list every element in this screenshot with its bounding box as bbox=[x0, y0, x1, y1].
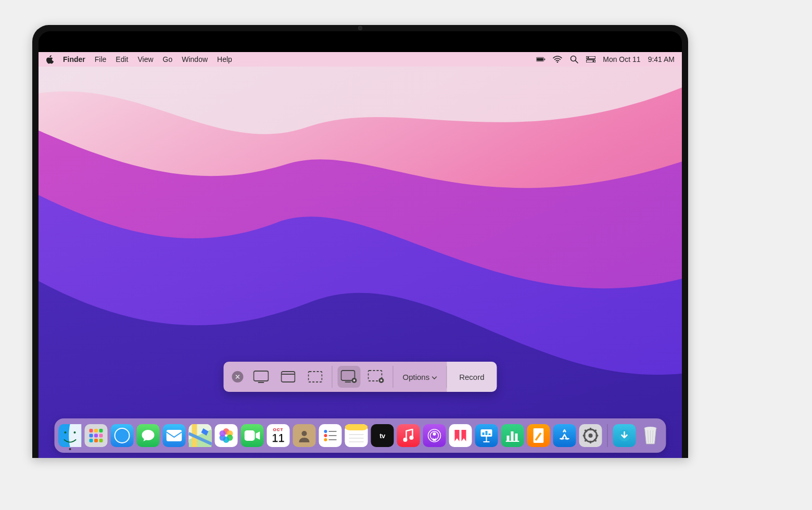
dock-tv[interactable]: tv bbox=[371, 424, 394, 447]
svg-point-60 bbox=[410, 436, 414, 440]
dock-launchpad[interactable] bbox=[85, 424, 108, 447]
dock-reminders[interactable] bbox=[319, 424, 342, 447]
dock-news[interactable] bbox=[449, 424, 472, 447]
wifi-status-icon[interactable] bbox=[553, 55, 562, 64]
file-menu[interactable]: File bbox=[95, 55, 107, 63]
menu-bar-date[interactable]: Mon Oct 11 bbox=[603, 55, 640, 63]
help-menu[interactable]: Help bbox=[217, 55, 232, 63]
svg-rect-72 bbox=[515, 434, 518, 441]
battery-status-icon[interactable] bbox=[536, 55, 545, 64]
dock-calendar[interactable]: OCT 11 bbox=[267, 424, 290, 447]
svg-point-8 bbox=[588, 57, 589, 58]
capture-entire-screen-button[interactable] bbox=[249, 366, 272, 388]
dock-mail[interactable] bbox=[163, 424, 186, 447]
svg-rect-30 bbox=[90, 434, 93, 438]
record-selection-button[interactable] bbox=[364, 366, 387, 388]
svg-rect-15 bbox=[308, 372, 322, 382]
dock-facetime[interactable] bbox=[241, 424, 264, 447]
svg-rect-33 bbox=[90, 439, 93, 442]
apple-menu-icon[interactable] bbox=[46, 55, 54, 64]
svg-rect-28 bbox=[94, 429, 98, 432]
svg-point-76 bbox=[589, 434, 593, 438]
dock-podcasts[interactable] bbox=[423, 424, 446, 447]
svg-point-26 bbox=[74, 431, 76, 434]
dock-system-preferences[interactable] bbox=[579, 424, 602, 447]
close-screenshot-toolbar-button[interactable] bbox=[232, 371, 243, 382]
svg-point-59 bbox=[403, 438, 408, 442]
dock-music[interactable] bbox=[397, 424, 420, 447]
dock-appstore[interactable] bbox=[553, 424, 576, 447]
svg-rect-69 bbox=[489, 434, 491, 435]
svg-rect-46 bbox=[245, 430, 255, 441]
svg-rect-35 bbox=[99, 439, 103, 442]
svg-rect-38 bbox=[167, 430, 182, 441]
dock-numbers[interactable] bbox=[501, 424, 524, 447]
screenshot-record-button[interactable]: Record bbox=[447, 362, 497, 392]
svg-rect-71 bbox=[511, 431, 514, 441]
control-center-icon[interactable] bbox=[586, 55, 595, 64]
screenshot-toolbar: Options Record bbox=[223, 362, 497, 392]
svg-point-47 bbox=[302, 431, 307, 436]
dock-contacts[interactable] bbox=[293, 424, 316, 447]
svg-line-6 bbox=[576, 61, 578, 63]
calendar-day: 11 bbox=[272, 432, 284, 444]
view-menu[interactable]: View bbox=[137, 55, 153, 63]
app-menu[interactable]: Finder bbox=[63, 55, 85, 63]
svg-point-4 bbox=[557, 61, 559, 63]
svg-rect-11 bbox=[253, 371, 268, 381]
dock-maps[interactable] bbox=[189, 424, 212, 447]
svg-point-52 bbox=[324, 438, 327, 441]
svg-point-22 bbox=[380, 379, 382, 381]
svg-point-10 bbox=[593, 60, 594, 62]
record-entire-screen-button[interactable] bbox=[337, 366, 360, 388]
dock-notes[interactable] bbox=[345, 424, 368, 447]
dock: OCT 11 tv bbox=[55, 418, 666, 453]
svg-rect-68 bbox=[486, 431, 488, 435]
spotlight-search-icon[interactable] bbox=[569, 55, 579, 64]
camera-notch bbox=[358, 26, 362, 30]
menu-bar-time[interactable]: 9:41 AM bbox=[648, 55, 675, 63]
svg-point-50 bbox=[324, 434, 327, 437]
svg-point-19 bbox=[353, 379, 355, 381]
dock-finder[interactable] bbox=[59, 424, 82, 447]
svg-rect-29 bbox=[99, 429, 103, 432]
svg-rect-32 bbox=[99, 434, 103, 438]
chevron-down-icon bbox=[432, 373, 437, 381]
edit-menu[interactable]: Edit bbox=[116, 55, 128, 63]
record-label: Record bbox=[459, 373, 484, 381]
capture-window-button[interactable] bbox=[276, 366, 299, 388]
dock-trash[interactable] bbox=[639, 424, 662, 447]
options-label: Options bbox=[402, 373, 429, 381]
svg-rect-27 bbox=[90, 429, 93, 432]
svg-rect-3 bbox=[544, 59, 545, 60]
svg-rect-31 bbox=[94, 434, 98, 438]
svg-rect-70 bbox=[507, 436, 510, 441]
svg-point-48 bbox=[324, 430, 327, 433]
go-menu[interactable]: Go bbox=[163, 55, 173, 63]
svg-rect-34 bbox=[94, 439, 98, 442]
dock-separator bbox=[607, 424, 608, 447]
screenshot-options-button[interactable]: Options bbox=[393, 362, 446, 392]
svg-point-63 bbox=[433, 432, 436, 436]
dock-photos[interactable] bbox=[215, 424, 238, 447]
menu-bar: Finder File Edit View Go Window Help bbox=[39, 52, 682, 67]
desktop-wallpaper bbox=[39, 52, 682, 458]
svg-point-45 bbox=[220, 430, 226, 437]
capture-selection-button[interactable] bbox=[303, 366, 326, 388]
svg-rect-2 bbox=[537, 58, 543, 60]
dock-pages[interactable] bbox=[527, 424, 550, 447]
svg-rect-55 bbox=[345, 424, 368, 430]
dock-messages[interactable] bbox=[137, 424, 160, 447]
dock-downloads[interactable] bbox=[613, 424, 636, 447]
svg-rect-67 bbox=[483, 432, 485, 435]
svg-point-25 bbox=[65, 431, 67, 434]
dock-safari[interactable] bbox=[111, 424, 134, 447]
window-menu[interactable]: Window bbox=[182, 55, 208, 63]
dock-keynote[interactable] bbox=[475, 424, 498, 447]
svg-rect-13 bbox=[281, 372, 295, 382]
